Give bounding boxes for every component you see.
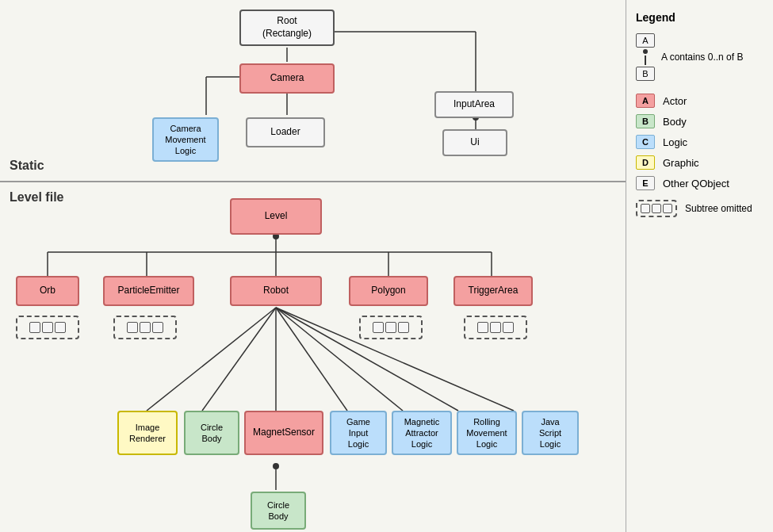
legend-subtree-mini-1 [641, 204, 650, 213]
svg-point-25 [273, 463, 279, 469]
node-trigger-area: TriggerArea [453, 276, 533, 306]
legend-logic-swatch: C [636, 135, 655, 149]
node-robot: Robot [230, 276, 322, 306]
node-rolling-movement: Rolling Movement Logic [457, 411, 517, 455]
node-particle-emitter-label: ParticleEmitter [117, 285, 179, 297]
trigger-subtree [464, 316, 527, 339]
node-level: Level [230, 198, 322, 235]
legend-item-other: E Other QObject [636, 176, 763, 190]
node-camera-movement: Camera Movement Logic [152, 117, 219, 162]
node-orb: Orb [16, 276, 79, 306]
legend-logic-label: Logic [663, 136, 687, 148]
node-image-renderer: Image Renderer [117, 411, 178, 455]
node-input-area: InputArea [434, 91, 514, 118]
node-input-area-label: InputArea [453, 98, 495, 111]
node-root: Root (Rectangle) [239, 10, 335, 46]
node-circle-body-2: Circle Body [251, 492, 306, 530]
legend-subtree-mini-3 [663, 204, 672, 213]
static-label: Static [10, 159, 44, 173]
legend-graphic-swatch: D [636, 155, 655, 170]
legend-contains-boxes: A B [636, 33, 655, 81]
polygon-subtree [359, 316, 423, 339]
legend-body-swatch: B [636, 114, 655, 128]
node-camera-label: Camera [270, 72, 304, 85]
legend-subtree-box [636, 200, 677, 217]
node-particle-emitter: ParticleEmitter [103, 276, 194, 306]
node-rolling-movement-label: Rolling Movement Logic [466, 416, 507, 450]
legend-item-actor: A Actor [636, 94, 763, 108]
node-polygon: Polygon [349, 276, 428, 306]
legend-title: Legend [636, 11, 763, 24]
node-level-label: Level [265, 210, 288, 223]
legend-actor-swatch: A [636, 94, 655, 108]
legend-contains-label: A contains 0..n of B [661, 52, 743, 63]
node-magnetic-attractor: Magnetic Attractor Logic [392, 411, 452, 455]
node-circle-body-1-label: Circle Body [201, 422, 223, 445]
node-magnetic-attractor-label: Magnetic Attractor Logic [404, 416, 440, 450]
node-java-script: Java Script Logic [522, 411, 579, 455]
node-game-input: Game Input Logic [330, 411, 387, 455]
node-ui: Ui [442, 129, 507, 156]
node-camera-movement-label: Camera Movement Logic [165, 123, 205, 157]
legend-item-body: B Body [636, 114, 763, 128]
node-circle-body-1: Circle Body [184, 411, 239, 455]
legend-subtree-label: Subtree omitted [685, 203, 752, 214]
level-label: Level file [10, 190, 63, 205]
legend-line [645, 55, 646, 65]
legend-subtree: Subtree omitted [636, 200, 763, 217]
node-circle-body-2-label: Circle Body [267, 499, 289, 522]
legend-box-b: B [636, 67, 655, 81]
static-section: Root (Rectangle) Camera Camera Movement … [0, 0, 626, 182]
legend-actor-label: Actor [663, 95, 687, 107]
legend-body-label: Body [663, 116, 687, 128]
node-magnet-sensor: MagnetSensor [244, 411, 323, 455]
legend-dot [643, 49, 648, 54]
node-camera: Camera [239, 63, 335, 94]
legend-item-logic: C Logic [636, 135, 763, 149]
node-orb-label: Orb [40, 285, 55, 297]
node-loader: Loader [246, 117, 325, 147]
legend-item-graphic: D Graphic [636, 155, 763, 170]
legend-graphic-label: Graphic [663, 157, 699, 169]
legend-panel: Legend A B A contains 0..n of B A Actor … [626, 0, 773, 532]
legend-subtree-mini-2 [652, 204, 661, 213]
node-magnet-sensor-label: MagnetSensor [253, 427, 315, 439]
particle-subtree [113, 316, 177, 339]
node-java-script-label: Java Script Logic [539, 416, 561, 450]
orb-subtree [16, 316, 79, 339]
node-loader-label: Loader [270, 126, 300, 139]
node-polygon-label: Polygon [371, 285, 405, 297]
node-trigger-area-label: TriggerArea [469, 285, 519, 297]
node-root-label: Root (Rectangle) [262, 15, 312, 40]
legend-other-label: Other QObject [663, 178, 729, 189]
diagram-area: Root (Rectangle) Camera Camera Movement … [0, 0, 626, 532]
svg-line-20 [276, 308, 347, 411]
level-lines [0, 182, 626, 532]
node-image-renderer-label: Image Renderer [129, 422, 166, 445]
svg-line-18 [202, 308, 276, 411]
node-game-input-label: Game Input Logic [346, 416, 370, 450]
legend-contains: A B A contains 0..n of B [636, 33, 763, 81]
legend-other-swatch: E [636, 176, 655, 190]
legend-box-a: A [636, 33, 655, 48]
node-ui-label: Ui [470, 136, 479, 149]
node-robot-label: Robot [263, 285, 289, 297]
level-section: Level file Level Orb ParticleEmitter [0, 182, 626, 532]
